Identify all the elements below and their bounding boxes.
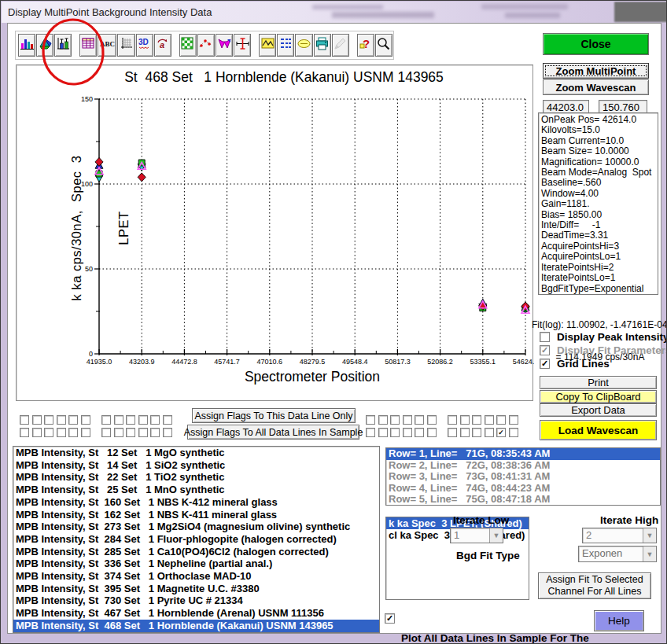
assign-flags-this-line-button[interactable]: Assign Flags To This Data Line Only: [192, 408, 356, 423]
flag-checkbox[interactable]: [68, 415, 78, 425]
flag-checkbox[interactable]: [496, 415, 506, 425]
flag-checkbox[interactable]: [448, 428, 457, 437]
flag-checkbox[interactable]: [81, 428, 90, 437]
flag-checkbox[interactable]: [485, 428, 494, 437]
flag-checkbox[interactable]: [415, 428, 424, 437]
standard-list-item[interactable]: MPB Intensity, St 336 Set 1 Nepheline (p…: [13, 558, 379, 570]
flag-checkbox[interactable]: [81, 415, 90, 425]
close-button[interactable]: Close: [543, 33, 649, 55]
flag-checkbox[interactable]: [101, 428, 111, 437]
titlebar[interactable]: Display MultiPoint Background Intensity …: [2, 2, 667, 23]
data-row-item[interactable]: Row= 2, Line= 72G, 08:38:36 AM: [386, 460, 660, 472]
standard-list-item[interactable]: MPB Intensity, St 395 Set 1 Magnetite U.…: [13, 583, 379, 595]
flag-checkbox[interactable]: [390, 428, 400, 437]
flag-checkbox[interactable]: [415, 415, 424, 425]
assign-fit-button[interactable]: Assign Fit To Selected Channel For All L…: [538, 572, 651, 599]
data-row-item[interactable]: Row= 5, Line= 75G, 08:47:18 AM: [386, 494, 660, 506]
error-bars-button[interactable]: [234, 34, 251, 57]
standard-list-item[interactable]: MPB Intensity, St 468 Set 1 Hornblende (…: [13, 620, 379, 632]
flag-checkbox[interactable]: [163, 428, 172, 437]
display-peak-intensity-checkbox[interactable]: [540, 332, 550, 342]
flag-checkbox[interactable]: [485, 415, 494, 425]
standard-list-item[interactable]: MPB Intensity, St 14 Set 1 SiO2 syntheti…: [13, 459, 379, 472]
iterate-high-select[interactable]: 2 ▼: [582, 528, 657, 543]
pie-chart-3d-button[interactable]: [36, 34, 53, 57]
bar-chart-button[interactable]: [18, 34, 35, 57]
data-row-item[interactable]: Row= 1, Line= 71G, 08:35:43 AM: [386, 448, 660, 460]
export-data-button[interactable]: Export Data: [540, 403, 657, 417]
load-wavescan-button[interactable]: Load Wavescan: [540, 420, 657, 440]
data-table-button[interactable]: [79, 34, 97, 57]
bgd-fit-type-select[interactable]: Exponen ▼: [578, 546, 657, 562]
flag-checkbox[interactable]: [509, 428, 518, 437]
flag-checkbox[interactable]: [57, 415, 66, 425]
flag-checkbox[interactable]: [472, 415, 481, 425]
data-row-item[interactable]: Row= 4, Line= 74G, 08:44:23 AM: [386, 483, 660, 495]
flag-checkbox[interactable]: [44, 415, 53, 425]
flag-checkbox[interactable]: [366, 415, 375, 425]
curve-fit-button[interactable]: [197, 34, 215, 57]
flag-checkbox[interactable]: [403, 428, 412, 437]
assign-flags-all-lines-button[interactable]: Assign Flags To All Data Lines In Sample: [187, 425, 359, 440]
standard-list-item[interactable]: MPB Intensity, St 12 Set 1 MgO synthetic: [13, 447, 379, 459]
flag-checkbox[interactable]: [427, 415, 437, 425]
list-format-button[interactable]: [277, 34, 294, 57]
copy-to-clipboard-button[interactable]: Copy To ClipBoard: [540, 390, 657, 403]
axis-scale-button[interactable]: [117, 34, 135, 57]
print-chart-button[interactable]: [314, 34, 331, 57]
standards-list[interactable]: MPB Intensity, St 12 Set 1 MgO synthetic…: [13, 446, 380, 633]
chevron-down-icon[interactable]: ▼: [643, 546, 656, 561]
flag-checkbox[interactable]: [509, 415, 518, 425]
flag-checkbox[interactable]: [460, 428, 470, 437]
flag-checkbox[interactable]: [366, 428, 375, 437]
standard-list-item[interactable]: MPB Intensity, St 374 Set 1 Orthoclase M…: [13, 570, 379, 583]
flag-checkbox[interactable]: [390, 415, 400, 425]
zoom-multipoint-button[interactable]: Zoom MultiPoint: [543, 63, 649, 79]
flag-checkbox[interactable]: [114, 415, 123, 425]
flag-checkbox[interactable]: [138, 415, 148, 425]
standard-list-item[interactable]: MPB Intensity, St 25 Set 1 MnO synthetic: [13, 484, 379, 496]
flag-checkbox[interactable]: [448, 415, 457, 425]
fill-pattern-button[interactable]: [179, 34, 197, 57]
chevron-down-icon[interactable]: ▼: [489, 528, 503, 543]
flag-checkbox[interactable]: [126, 415, 135, 425]
plot-all-lines-checkbox[interactable]: ✓: [385, 613, 395, 624]
flag-checkbox[interactable]: [126, 428, 135, 437]
standard-list-item[interactable]: MPB Intensity, St 160 Set 1 NBS K-412 mi…: [13, 496, 379, 509]
zoom-tool-button[interactable]: [375, 34, 392, 57]
flag-checkbox[interactable]: [32, 428, 42, 437]
flag-checkbox[interactable]: [44, 428, 53, 437]
standard-list-item[interactable]: MPB Intensity, St 467 Set 1 Hornblende (…: [13, 607, 379, 620]
data-row-item[interactable]: Row= 3, Line= 73G, 08:41:31 AM: [386, 471, 660, 483]
flag-checkbox[interactable]: [114, 428, 123, 437]
standard-list-item[interactable]: MPB Intensity, St 730 Set 1 Pyrite UC # …: [13, 594, 379, 607]
flag-checkbox[interactable]: [150, 428, 160, 437]
chevron-down-icon[interactable]: ▼: [643, 528, 656, 543]
standard-list-item[interactable]: MPB Intensity, St 162 Set 1 NBS K-411 mi…: [13, 509, 379, 521]
standard-list-item[interactable]: MPB Intensity, St 285 Set 1 Ca10(PO4)6Cl…: [13, 546, 379, 558]
wavescan-chart-button[interactable]: [259, 34, 276, 57]
flag-checkbox[interactable]: [32, 415, 42, 425]
help-button[interactable]: Help: [594, 610, 644, 631]
errorbar-chart-button[interactable]: [54, 34, 72, 57]
rotate-text-button[interactable]: a: [154, 34, 171, 57]
flag-checkbox[interactable]: [20, 415, 29, 425]
grid-lines-checkbox[interactable]: ✓: [540, 359, 550, 369]
flag-checkbox[interactable]: [460, 415, 470, 425]
3d-view-button[interactable]: 3D: [136, 34, 153, 57]
abc-text-button[interactable]: ABC: [98, 34, 116, 57]
flag-checkbox[interactable]: [427, 428, 437, 437]
data-rows-list[interactable]: Row= 1, Line= 71G, 08:35:43 AMRow= 2, Li…: [385, 447, 661, 506]
flag-checkbox[interactable]: [57, 428, 66, 437]
flag-checkbox[interactable]: ✓: [496, 428, 506, 437]
standard-list-item[interactable]: MPB Intensity, St 273 Set 1 Mg2SiO4 (mag…: [13, 521, 379, 533]
standard-list-item[interactable]: MPB Intensity, St 284 Set 1 Fluor-phlogo…: [13, 533, 379, 546]
flag-checkbox[interactable]: [378, 415, 388, 425]
flag-checkbox[interactable]: [403, 415, 412, 425]
help-button[interactable]: ?: [357, 34, 374, 57]
flag-checkbox[interactable]: [20, 428, 29, 437]
zoom-wavescan-button[interactable]: Zoom Wavescan: [543, 79, 649, 95]
flag-checkbox[interactable]: [101, 415, 111, 425]
polygon-fill-button[interactable]: [216, 34, 233, 57]
flag-checkbox[interactable]: [378, 428, 388, 437]
